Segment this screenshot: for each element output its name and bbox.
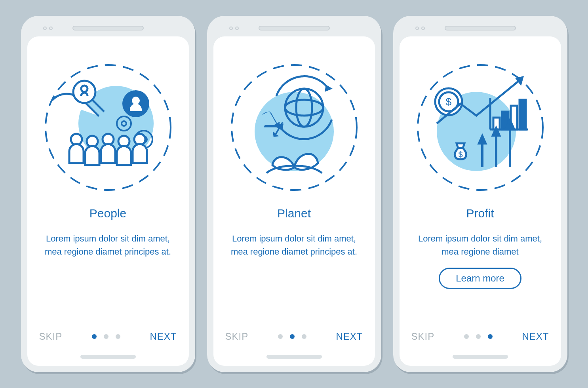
page-dots xyxy=(278,334,306,339)
screen-description: Lorem ipsum dolor sit dim amet, mea regi… xyxy=(413,232,548,258)
speaker-grille xyxy=(259,26,330,30)
page-dot-1[interactable] xyxy=(278,334,283,339)
page-dot-3[interactable] xyxy=(116,334,120,339)
svg-text:$: $ xyxy=(445,96,451,108)
phone-frame: $ xyxy=(393,16,567,372)
svg-marker-28 xyxy=(515,76,524,86)
camera-dots xyxy=(229,27,239,30)
page-dots xyxy=(464,334,493,339)
onboarding-screen-1: People Lorem ipsum dolor sit dim amet, m… xyxy=(27,36,189,366)
screen-description: Lorem ipsum dolor sit dim amet, mea regi… xyxy=(227,232,362,258)
next-button[interactable]: NEXT xyxy=(336,331,363,342)
camera-dots xyxy=(43,27,53,30)
page-dots xyxy=(92,334,120,339)
next-button[interactable]: NEXT xyxy=(522,331,549,342)
onboarding-screen-3: $ xyxy=(400,36,561,366)
skip-button[interactable]: SKIP xyxy=(39,331,63,342)
skip-button[interactable]: SKIP xyxy=(411,331,435,342)
svg-point-6 xyxy=(132,97,140,105)
learn-more-button[interactable]: Learn more xyxy=(439,268,521,289)
phone-frame: Planet Lorem ipsum dolor sit dim amet, m… xyxy=(207,16,381,372)
page-dot-2[interactable] xyxy=(290,334,295,339)
camera-dots xyxy=(415,27,425,30)
nav-bar: SKIP NEXT xyxy=(213,331,375,342)
page-dot-2[interactable] xyxy=(104,334,108,339)
home-indicator xyxy=(266,355,322,359)
skip-button[interactable]: SKIP xyxy=(225,331,249,342)
page-dot-1[interactable] xyxy=(92,334,97,339)
screen-title: People xyxy=(89,207,126,220)
nav-bar: SKIP NEXT xyxy=(27,331,189,342)
phone-frame: People Lorem ipsum dolor sit dim amet, m… xyxy=(21,16,195,372)
svg-text:$: $ xyxy=(458,150,462,159)
phone-notch xyxy=(213,22,375,34)
screen-description: Lorem ipsum dolor sit dim amet, mea regi… xyxy=(41,232,175,258)
home-indicator xyxy=(80,355,136,359)
phone-notch xyxy=(400,22,561,34)
speaker-grille xyxy=(445,26,516,30)
page-dot-2[interactable] xyxy=(476,334,481,339)
phone-notch xyxy=(27,22,189,34)
profit-icon: $ xyxy=(417,64,544,191)
speaker-grille xyxy=(72,26,144,30)
nav-bar: SKIP NEXT xyxy=(400,331,561,342)
next-button[interactable]: NEXT xyxy=(150,331,177,342)
screen-title: Planet xyxy=(277,207,311,220)
people-icon xyxy=(45,64,171,191)
page-dot-3[interactable] xyxy=(302,334,306,339)
planet-icon xyxy=(231,64,358,191)
screen-title: Profit xyxy=(466,207,494,220)
svg-rect-34 xyxy=(519,100,526,129)
onboarding-screen-2: Planet Lorem ipsum dolor sit dim amet, m… xyxy=(213,36,375,366)
home-indicator xyxy=(453,355,508,359)
page-dot-1[interactable] xyxy=(464,334,469,339)
page-dot-3[interactable] xyxy=(488,334,493,339)
svg-marker-21 xyxy=(325,85,333,92)
